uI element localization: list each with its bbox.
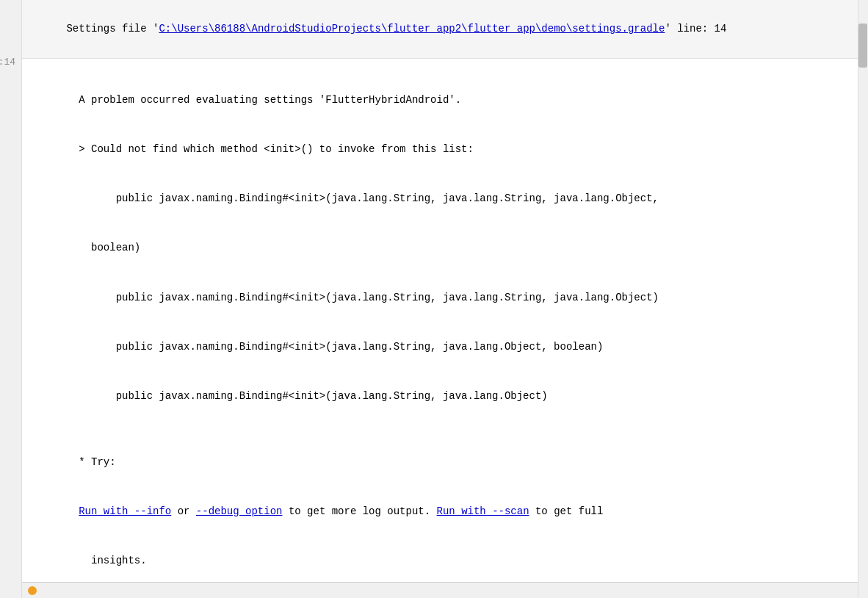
bottom-status [28,586,37,595]
header-line: Settings file 'C:\Users\86188\AndroidStu… [22,0,868,59]
binding-text-2: boolean) [79,242,140,253]
binding-text-4: public javax.naming.Binding#<init>(java.… [79,341,603,353]
debug-option-link[interactable]: --debug option [196,505,283,517]
binding-line-5: public javax.naming.Binding#<init>(java.… [22,372,868,421]
content-area: Settings file 'C:\Users\86188\AndroidStu… [22,0,868,598]
line-number: :14 [0,55,18,71]
could-not-find-line: > Could not find which method <init>() t… [22,125,868,174]
binding-line-2: boolean) [22,223,868,273]
binding-line-4: public javax.naming.Binding#<init>(java.… [22,322,868,371]
binding-text-1: public javax.naming.Binding#<init>(java.… [79,192,659,204]
line-number-gutter: :14 [0,0,22,598]
try-insights-line: insights. [22,536,868,586]
scrollbar-thumb[interactable] [858,24,867,68]
error-text-1: > Could not find which method <init>() t… [79,143,474,155]
problem-line: A problem occurred evaluating settings '… [22,76,868,125]
try-links-line: Run with --info or --debug option to get… [22,486,868,536]
empty-line-2 [22,421,868,437]
status-dot-icon [28,586,37,595]
try-suffix-2: to get full [529,505,604,517]
binding-text-5: public javax.naming.Binding#<init>(java.… [79,390,548,402]
try-label-line: * Try: [22,437,868,486]
problem-text: A problem occurred evaluating settings '… [79,94,461,106]
main-container: :14 Settings file 'C:\Users\86188\Androi… [0,0,868,598]
empty-line-1 [22,59,868,75]
try-or-text: or [171,505,196,517]
error-panel: A problem occurred evaluating settings '… [22,59,868,598]
settings-file-suffix: ' line: 14 [665,23,726,35]
insights-text: insights. [79,555,146,566]
binding-text-3: public javax.naming.Binding#<init>(java.… [79,292,659,303]
bottom-bar [22,582,868,598]
scrollbar[interactable] [858,0,868,598]
run-with-scan-link[interactable]: Run with --scan [437,505,529,517]
binding-line-3: public javax.naming.Binding#<init>(java.… [22,273,868,322]
try-suffix-1: to get more log output. [282,505,436,517]
binding-line-1: public javax.naming.Binding#<init>(java.… [22,174,868,223]
run-with-info-link[interactable]: Run with --info [79,505,171,517]
settings-file-label: Settings file ' [66,23,159,35]
settings-file-path[interactable]: C:\Users\86188\AndroidStudioProjects\flu… [159,23,665,35]
try-label: * Try: [79,456,115,468]
